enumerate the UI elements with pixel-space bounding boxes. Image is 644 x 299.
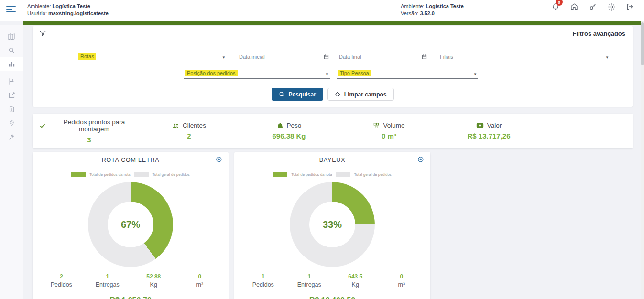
environment-name: Logística Teste bbox=[53, 3, 90, 9]
chart-legend: Total de pedidos da rota Total geral de … bbox=[33, 172, 229, 177]
rotas-label: Rotas bbox=[78, 53, 96, 60]
sidebar-item-search[interactable] bbox=[0, 43, 23, 57]
stat-m3: 0m³ bbox=[177, 273, 223, 288]
donut-percentage: 33% bbox=[323, 219, 342, 230]
summary-peso: Peso 696.38 Kg bbox=[239, 122, 339, 140]
data-final-input[interactable]: Data final bbox=[338, 52, 428, 62]
pesquisar-button[interactable]: Pesquisar bbox=[272, 88, 323, 101]
donut-chart: 67% bbox=[88, 182, 173, 267]
totals-summary-bar: Pedidos prontos para montagem 3 Clientes… bbox=[33, 114, 633, 148]
sidebar-item-document-export[interactable] bbox=[0, 102, 23, 116]
summary-clientes: Clientes 2 bbox=[139, 122, 239, 140]
rotas-select[interactable]: Rotas ▼ bbox=[77, 52, 227, 62]
route-card-title: ROTA COM LETRA bbox=[33, 157, 229, 163]
stat-entregas: 1Entregas bbox=[85, 273, 131, 288]
legend-swatch-rota bbox=[71, 172, 86, 177]
top-header: Ambiente: Logística Teste Usuário: maxst… bbox=[0, 0, 644, 21]
stat-kg: 643.5Kg bbox=[332, 273, 379, 288]
stat-pedidos: 2Pedidos bbox=[38, 273, 85, 288]
sidebar-item-map[interactable] bbox=[0, 30, 23, 43]
legend-swatch-rota bbox=[273, 172, 287, 177]
vertical-scrollbar[interactable] bbox=[641, 21, 644, 299]
chevron-down-icon: ▼ bbox=[605, 55, 609, 60]
filters-panel: Filtros avançados Rotas ▼ Data inicial D… bbox=[33, 26, 633, 107]
data-inicial-label: Data inicial bbox=[239, 54, 265, 60]
notifications-bell-icon[interactable]: 0 bbox=[550, 1, 561, 12]
summary-volume: Volume 0 m³ bbox=[339, 122, 439, 140]
header-environment-version: Ambiente: Logística Teste Versão: 3.52.0 bbox=[401, 3, 464, 17]
stat-entregas: 1Entregas bbox=[286, 273, 333, 288]
app-version: 3.52.0 bbox=[420, 11, 435, 16]
logout-icon[interactable] bbox=[625, 1, 635, 12]
chart-legend: Total de pedidos da rota Total geral de … bbox=[234, 172, 430, 177]
zoom-in-icon[interactable] bbox=[417, 156, 425, 163]
eraser-icon bbox=[335, 91, 341, 97]
tipo-pessoa-label: Tipo Pessoa bbox=[338, 70, 371, 76]
notification-count-badge: 0 bbox=[556, 0, 563, 6]
data-inicial-input[interactable]: Data inicial bbox=[238, 52, 330, 62]
calendar-icon[interactable] bbox=[422, 54, 427, 60]
posicao-dos-pedidos-label: Posição dos pedidos bbox=[185, 70, 238, 76]
summary-pedidos-prontos: Pedidos prontos para montagem 3 bbox=[39, 118, 139, 144]
limpar-campos-button[interactable]: Limpar campos bbox=[327, 88, 394, 101]
pedidos-prontos-value: 3 bbox=[39, 136, 139, 144]
donut-percentage: 67% bbox=[121, 219, 140, 230]
header-environment-user: Ambiente: Logística Teste Usuário: maxst… bbox=[27, 3, 109, 17]
settings-gear-icon[interactable] bbox=[606, 1, 617, 12]
weight-icon bbox=[277, 122, 284, 129]
check-icon bbox=[39, 122, 46, 129]
header-accent-bar bbox=[23, 21, 644, 25]
stat-m3: 0m³ bbox=[379, 273, 425, 288]
money-bill-icon bbox=[476, 122, 484, 128]
filiais-select[interactable]: Filiais ▼ bbox=[439, 52, 610, 62]
volume-value: 0 m³ bbox=[339, 132, 439, 140]
peso-value: 696.38 Kg bbox=[239, 132, 339, 140]
sidebar-item-edit[interactable] bbox=[0, 88, 23, 102]
stat-kg: 52.88Kg bbox=[131, 273, 177, 288]
clientes-value: 2 bbox=[139, 132, 239, 140]
filiais-label: Filiais bbox=[440, 54, 453, 60]
donut-chart: 33% bbox=[290, 182, 375, 267]
sidebar-item-dashboard[interactable] bbox=[0, 57, 23, 71]
legend-swatch-geral bbox=[134, 172, 149, 177]
menu-hamburger-icon[interactable] bbox=[6, 6, 17, 14]
stat-pedidos: 1Pedidos bbox=[240, 273, 286, 288]
left-sidebar bbox=[0, 25, 23, 299]
data-final-label: Data final bbox=[339, 54, 361, 60]
posicao-dos-pedidos-select[interactable]: Posição dos pedidos ▼ bbox=[184, 68, 330, 79]
valor-value: R$ 13.717,26 bbox=[439, 132, 539, 140]
search-icon bbox=[279, 91, 285, 97]
zoom-in-icon[interactable] bbox=[216, 156, 223, 163]
route-total-value: R$ 1.256,76 bbox=[33, 293, 229, 299]
chevron-down-icon: ▼ bbox=[222, 55, 226, 60]
sidebar-item-location-pin[interactable] bbox=[0, 116, 23, 130]
user-name: maxstring.logisticateste bbox=[48, 11, 109, 16]
route-card-bayeux: BAYEUX Total de pedidos da rota Total ge… bbox=[234, 152, 430, 299]
route-card-rota-com-letra: ROTA COM LETRA Total de pedidos da rota … bbox=[33, 152, 229, 299]
clients-people-icon bbox=[172, 122, 179, 129]
home-icon[interactable] bbox=[569, 1, 579, 12]
tipo-pessoa-select[interactable]: Tipo Pessoa ▼ bbox=[337, 68, 478, 79]
calendar-icon[interactable] bbox=[324, 54, 329, 60]
volume-cube-icon bbox=[373, 122, 380, 129]
chevron-down-icon: ▼ bbox=[325, 72, 329, 76]
advanced-filters-title[interactable]: Filtros avançados bbox=[572, 30, 625, 37]
chevron-down-icon: ▼ bbox=[473, 72, 477, 76]
sidebar-item-routes-flag[interactable] bbox=[0, 75, 23, 88]
filter-funnel-icon[interactable] bbox=[39, 30, 46, 37]
legend-swatch-geral bbox=[336, 172, 350, 177]
route-card-title: BAYEUX bbox=[234, 157, 430, 163]
key-icon[interactable] bbox=[588, 1, 598, 12]
sidebar-item-gavel[interactable] bbox=[0, 130, 23, 144]
route-total-value: R$ 12.460,50 bbox=[234, 293, 430, 299]
summary-valor: Valor R$ 13.717,26 bbox=[439, 122, 539, 140]
scrollbar-thumb[interactable] bbox=[641, 22, 644, 65]
